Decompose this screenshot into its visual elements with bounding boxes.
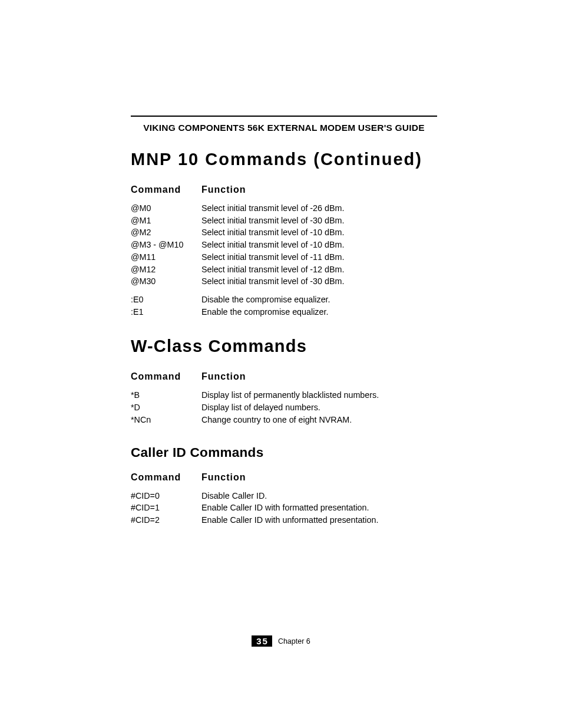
fn-cell: Change country to one of eight NVRAM. <box>201 414 437 426</box>
fn-cell: Disable the compromise equalizer. <box>201 294 437 306</box>
fn-cell: Select initial transmit level of -30 dBm… <box>201 215 437 227</box>
section-wclass: W-Class Commands Command Function *BDisp… <box>131 337 437 426</box>
table-row: #CID=0Disable Caller ID. <box>131 490 437 502</box>
cmd-cell: *D <box>131 401 201 414</box>
section-title: MNP 10 Commands (Continued) <box>131 150 437 169</box>
fn-cell: Enable the compromise equalizer. <box>201 306 437 318</box>
fn-cell: Disable Caller ID. <box>201 490 437 502</box>
table-row: @M2Select initial transmit level of -10 … <box>131 226 437 239</box>
running-header: VIKING COMPONENTS 56K EXTERNAL MODEM USE… <box>131 123 437 133</box>
cmd-cell: @M3 - @M10 <box>131 239 201 251</box>
cmd-cell: @M2 <box>131 226 201 239</box>
table-row: :E0Disable the compromise equalizer. <box>131 294 437 306</box>
fn-cell: Select initial transmit level of -30 dBm… <box>201 275 437 288</box>
fn-cell: Select initial transmit level of -12 dBm… <box>201 263 437 276</box>
fn-cell: Display list of permanently blacklisted … <box>201 389 437 401</box>
cmd-cell: #CID=1 <box>131 502 201 514</box>
cmd-cell: *B <box>131 389 201 401</box>
column-headers: Command Function <box>131 472 437 483</box>
command-table: #CID=0Disable Caller ID. #CID=1Enable Ca… <box>131 490 437 526</box>
section-title: Caller ID Commands <box>131 445 437 460</box>
column-headers: Command Function <box>131 185 437 195</box>
table-row: #CID=1Enable Caller ID with formatted pr… <box>131 502 437 514</box>
cmd-cell: @M12 <box>131 263 201 276</box>
table-row: @M0Select initial transmit level of -26 … <box>131 202 437 215</box>
cmd-cell: *NCn <box>131 414 201 426</box>
col-function: Function <box>201 185 437 195</box>
table-row: @M3 - @M10Select initial transmit level … <box>131 239 437 251</box>
fn-cell: Enable Caller ID with formatted presenta… <box>201 502 437 514</box>
fn-cell: Select initial transmit level of -10 dBm… <box>201 239 437 251</box>
header-rule <box>131 116 437 117</box>
table-row: *DDisplay list of delayed numbers. <box>131 401 437 414</box>
cmd-cell: @M1 <box>131 215 201 227</box>
fn-cell: Select initial transmit level of -11 dBm… <box>201 251 437 263</box>
command-table: @M0Select initial transmit level of -26 … <box>131 202 437 318</box>
cmd-cell: @M11 <box>131 251 201 263</box>
table-row: @M12Select initial transmit level of -12… <box>131 263 437 276</box>
fn-cell: Select initial transmit level of -26 dBm… <box>201 202 437 215</box>
page-content: VIKING COMPONENTS 56K EXTERNAL MODEM USE… <box>131 116 437 537</box>
table-row: @M1Select initial transmit level of -30 … <box>131 215 437 227</box>
fn-cell: Display list of delayed numbers. <box>201 401 437 414</box>
col-command: Command <box>131 185 201 195</box>
cmd-cell: :E0 <box>131 294 201 306</box>
cmd-cell: #CID=0 <box>131 490 201 502</box>
column-headers: Command Function <box>131 371 437 382</box>
table-row: @M30Select initial transmit level of -30… <box>131 275 437 288</box>
section-title: W-Class Commands <box>131 337 437 356</box>
fn-cell: Select initial transmit level of -10 dBm… <box>201 226 437 239</box>
table-row: *NCnChange country to one of eight NVRAM… <box>131 414 437 426</box>
cmd-cell: :E1 <box>131 306 201 318</box>
chapter-label: Chapter 6 <box>278 637 310 645</box>
fn-cell: Enable Caller ID with unformatted presen… <box>201 514 437 526</box>
table-row: :E1Enable the compromise equalizer. <box>131 306 437 318</box>
col-function: Function <box>201 371 437 382</box>
page-footer: 35 Chapter 6 <box>0 635 562 647</box>
command-table: *BDisplay list of permanently blackliste… <box>131 389 437 426</box>
cmd-cell: @M30 <box>131 275 201 288</box>
cmd-cell: #CID=2 <box>131 514 201 526</box>
table-row: @M11Select initial transmit level of -11… <box>131 251 437 263</box>
cmd-cell: @M0 <box>131 202 201 215</box>
col-command: Command <box>131 371 201 382</box>
table-row: *BDisplay list of permanently blackliste… <box>131 389 437 401</box>
col-command: Command <box>131 472 201 483</box>
section-mnp10: MNP 10 Commands (Continued) Command Func… <box>131 150 437 318</box>
page-number: 35 <box>252 635 272 647</box>
table-row: #CID=2Enable Caller ID with unformatted … <box>131 514 437 526</box>
section-callerid: Caller ID Commands Command Function #CID… <box>131 445 437 526</box>
col-function: Function <box>201 472 437 483</box>
